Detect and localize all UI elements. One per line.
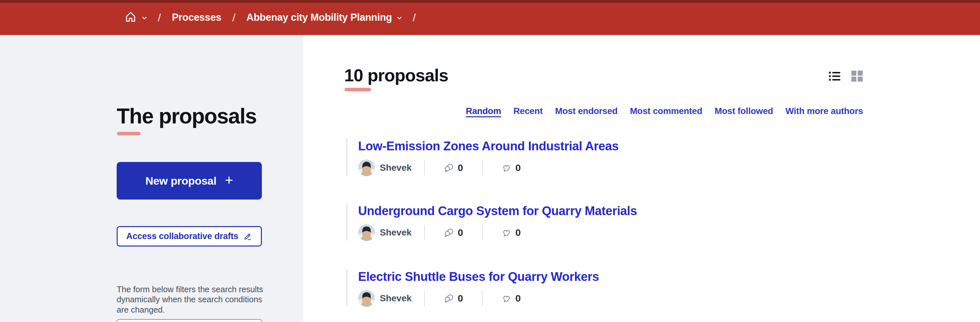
new-proposal-label: New proposal: [145, 174, 216, 187]
comments-icon: [444, 293, 454, 303]
sort-random[interactable]: Random: [466, 106, 501, 116]
drafts-button-label: Access collaborative drafts: [126, 231, 239, 241]
breadcrumb-home-group: [124, 11, 147, 24]
breadcrumb-link-process[interactable]: Abbenay city Mobility Planning: [246, 12, 392, 23]
proposal-title-link[interactable]: Low-Emission Zones Around Industrial Are…: [358, 139, 897, 153]
search-box: [117, 319, 262, 322]
card-left-border: [346, 138, 348, 176]
new-proposal-button[interactable]: New proposal +: [117, 162, 262, 200]
author-link[interactable]: Shevek: [358, 159, 424, 176]
proposal-title-link[interactable]: Electric Shuttle Buses for Quarry Worker…: [358, 270, 897, 284]
sort-recent[interactable]: Recent: [513, 106, 543, 116]
author-link[interactable]: Shevek: [358, 224, 424, 241]
breadcrumb: / Processes / Abbenay city Mobility Plan…: [124, 0, 416, 35]
breadcrumb-separator: /: [413, 11, 416, 24]
proposal-meta: Shevek 0: [358, 290, 897, 307]
search-input[interactable]: [117, 319, 262, 322]
proposal-title-link[interactable]: Underground Cargo System for Quarry Mate…: [358, 204, 897, 218]
proposal-card: Electric Shuttle Buses for Quarry Worker…: [346, 269, 897, 307]
breadcrumb-process-group: Abbenay city Mobility Planning: [246, 12, 401, 23]
endorse-heart-icon: [501, 227, 512, 238]
author-name: Shevek: [380, 163, 412, 173]
author-link[interactable]: Shevek: [358, 290, 424, 307]
avatar: [358, 224, 375, 241]
plus-icon: +: [225, 173, 233, 187]
list-view-icon[interactable]: [829, 71, 841, 81]
proposal-meta: Shevek 0: [358, 224, 897, 241]
breadcrumb-separator: /: [158, 11, 161, 24]
card-left-border: [346, 203, 348, 241]
endorsements-stat: 0: [482, 293, 539, 304]
card-left-border: [346, 269, 348, 306]
breadcrumb-separator: /: [232, 11, 235, 24]
proposals-count-title: 10 proposals: [344, 65, 448, 85]
page: / Processes / Abbenay city Mobility Plan…: [0, 0, 980, 322]
sort-most-followed[interactable]: Most followed: [714, 106, 773, 116]
proposal-meta: Shevek 0: [358, 159, 897, 176]
endorsements-stat: 0: [482, 162, 539, 173]
endorse-heart-icon: [501, 293, 512, 303]
author-name: Shevek: [380, 227, 412, 238]
avatar: [358, 159, 375, 176]
count-accent-underline: [345, 88, 371, 91]
comments-stat: 0: [425, 162, 482, 173]
access-collaborative-drafts-button[interactable]: Access collaborative drafts: [117, 226, 262, 246]
endorsements-count: 0: [515, 293, 521, 304]
chevron-down-icon[interactable]: [142, 16, 147, 20]
comments-count: 0: [458, 227, 463, 238]
filters-sidebar: The proposals New proposal + Access coll…: [0, 35, 303, 322]
proposal-card: Underground Cargo System for Quarry Mate…: [346, 203, 897, 241]
breadcrumb-link-processes[interactable]: Processes: [172, 12, 221, 23]
sort-options: Random Recent Most endorsed Most comment…: [466, 106, 863, 116]
endorsements-count: 0: [515, 162, 521, 173]
sort-most-commented[interactable]: Most commented: [630, 106, 702, 116]
chevron-down-icon[interactable]: [397, 16, 402, 20]
comments-stat: 0: [425, 227, 482, 238]
title-accent-underline: [117, 132, 141, 135]
comments-icon: [444, 163, 454, 173]
filter-help-text: The form below filters the search result…: [117, 284, 266, 315]
endorse-heart-icon: [501, 163, 512, 173]
author-name: Shevek: [380, 293, 412, 303]
comments-icon: [444, 227, 454, 238]
comments-count: 0: [458, 162, 463, 173]
pencil-icon: [243, 232, 252, 241]
top-navigation-bar: / Processes / Abbenay city Mobility Plan…: [0, 0, 980, 35]
sidebar-title: The proposals: [117, 104, 257, 128]
avatar: [358, 290, 375, 307]
endorsements-stat: 0: [482, 227, 539, 238]
comments-stat: 0: [425, 293, 482, 304]
grid-view-icon[interactable]: [851, 71, 863, 82]
comments-count: 0: [458, 293, 463, 304]
view-toggle: [829, 71, 863, 82]
sort-most-endorsed[interactable]: Most endorsed: [555, 106, 618, 116]
sort-with-more-authors[interactable]: With more authors: [786, 106, 863, 116]
endorsements-count: 0: [515, 227, 521, 238]
proposal-card: Low-Emission Zones Around Industrial Are…: [346, 138, 897, 176]
home-icon[interactable]: [124, 11, 137, 24]
